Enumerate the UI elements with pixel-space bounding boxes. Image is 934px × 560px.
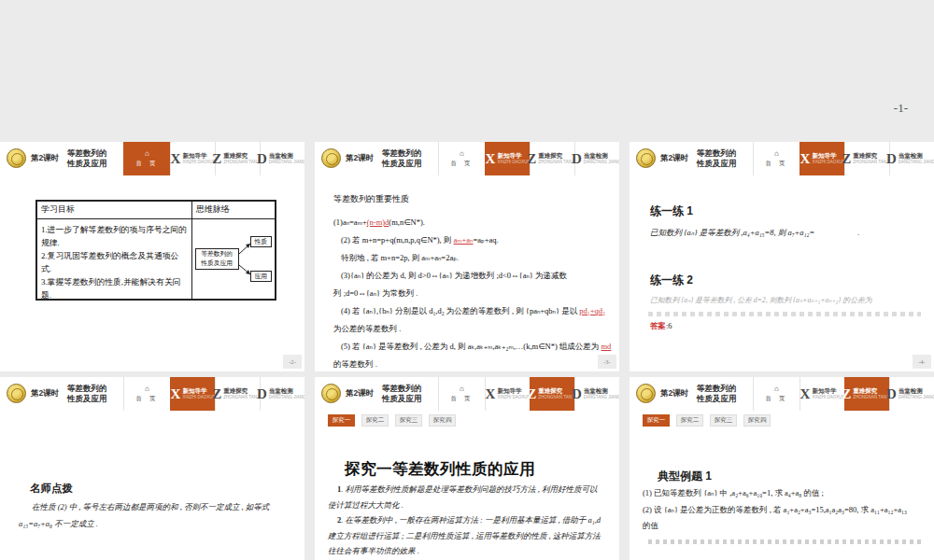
slide-title: 等差数列的 性质及应用 bbox=[67, 384, 107, 404]
tab-explore-3[interactable]: 探究三 bbox=[395, 414, 422, 427]
nav-home-button[interactable]: ⌂ 首 页 bbox=[438, 377, 485, 411]
slide-header: 第2课时 等差数列的 性质及应用 ⌂ 首 页 X 新知导学XINZHI DAOX… bbox=[315, 142, 619, 175]
lesson-label: 第2课时 bbox=[31, 153, 59, 164]
nav-xinzhi-button[interactable]: X 新知导学XINZHI DAOXUE bbox=[485, 377, 530, 411]
house-icon: ⌂ bbox=[145, 385, 149, 393]
property-line: 为公差的等差数列 . bbox=[333, 320, 612, 338]
lesson-label: 第2课时 bbox=[660, 153, 688, 164]
house-icon: ⌂ bbox=[460, 150, 464, 158]
tab-explore-4[interactable]: 探究四 bbox=[743, 414, 771, 427]
explore-tabs: 探究一 探究二 探究三 探究四 bbox=[328, 414, 456, 427]
lesson-label: 第2课时 bbox=[660, 388, 688, 399]
slide-title: 等差数列的 性质及应用 bbox=[697, 384, 737, 404]
slide-title: 等差数列的 性质及应用 bbox=[382, 384, 422, 404]
goal-item: 2.复习巩固等差数列的概念及其通项公式. bbox=[41, 249, 188, 275]
nav-zhongnan-button[interactable]: Z 重难探究ZHONGNAN TANJIU bbox=[215, 142, 260, 175]
nav-xinzhi-button[interactable]: X 新知导学XINZHI DAOXUE bbox=[485, 142, 530, 175]
slide-page-badge: -4- bbox=[913, 355, 931, 369]
property-line: (5) 若 {aₙ} 是等差数列 , 公差为 d, 则 aₖ,aₖ₊ₘ,aₖ₊₂… bbox=[333, 338, 612, 356]
nav-dangtang-button[interactable]: D 当堂检测DANGTANG JIANCE bbox=[260, 142, 304, 175]
diagram-branch-application: 应用 bbox=[250, 271, 272, 282]
nav-xinzhi-button[interactable]: X 新知导学XINZHI DAOXUE bbox=[170, 142, 215, 175]
medal-icon bbox=[7, 384, 26, 403]
slide-nav: ⌂ 首 页 X 新知导学XINZHI DAOXUE Z 重难探究ZHONGNAN… bbox=[123, 377, 304, 411]
lesson-label: 第2课时 bbox=[31, 388, 59, 399]
nav-home-button[interactable]: ⌂ 首 页 bbox=[753, 377, 800, 411]
goal-item: 3.掌握等差数列的性质,并能解决有关问题. bbox=[41, 275, 188, 301]
faded-text-line bbox=[648, 539, 925, 544]
nav-xinzhi-button[interactable]: X 新知导学XINZHI DAOXUE bbox=[800, 142, 844, 175]
property-line: 特别地 , 若 m+n=2p, 则 aₘ+aₙ=2aₚ. bbox=[333, 249, 612, 267]
nav-xinzhi-button[interactable]: X 新知导学XINZHI DAOXUE bbox=[170, 377, 215, 411]
slide-nav: ⌂ 首 页 X 新知导学XINZHI DAOXUE Z 重难探究ZHONGNAN… bbox=[438, 377, 619, 411]
diagram-root-box: 等差数列的 性质及应用 bbox=[195, 248, 239, 270]
nav-dangtang-button[interactable]: D 当堂检测DANGTANG JIANCE bbox=[260, 377, 304, 411]
slide-6: 第2课时 等差数列的 性质及应用 ⌂ 首 页 X 新知导学XINZHI DAOX… bbox=[630, 377, 934, 560]
table-header-mindmap: 思维脉络 bbox=[192, 202, 275, 218]
tab-explore-4[interactable]: 探究四 bbox=[429, 414, 456, 427]
slide-title: 等差数列的 性质及应用 bbox=[697, 148, 737, 169]
house-icon: ⌂ bbox=[145, 150, 149, 158]
property-line: (4) 若 {aₙ},{bₙ} 分别是以 d₁,d₂ 为公差的等差数列 , 则 … bbox=[333, 302, 612, 320]
nav-dangtang-button[interactable]: D 当堂检测DANGTANG JIANCE bbox=[574, 377, 619, 411]
lesson-label: 第2课时 bbox=[346, 388, 374, 399]
lesson-label: 第2课时 bbox=[346, 153, 374, 164]
nav-home-button[interactable]: ⌂ 首 页 bbox=[123, 142, 170, 175]
diagram-branch-properties: 性质 bbox=[250, 236, 272, 247]
medal-icon bbox=[7, 148, 26, 168]
explore-tabs: 探究一 探究二 探究三 探究四 bbox=[643, 414, 771, 427]
medal-icon bbox=[636, 148, 656, 168]
drill-2-question-faded: 已知数列 {aₙ} 是等差数列 , 公差 d=2, 则数列 {aₙ+aₙ₊₁+a… bbox=[650, 295, 872, 305]
property-line: (3){aₙ} 的公差为 d, 则 d>0⇔{aₙ} 为递增数列 ;d<0⇔{a… bbox=[333, 267, 612, 285]
slide-header: 第2课时 等差数列的 性质及应用 ⌂ 首 页 X 新知导学XINZHI DAOX… bbox=[630, 377, 934, 411]
tab-explore-3[interactable]: 探究三 bbox=[710, 414, 737, 427]
slide-nav: ⌂ 首 页 X 新知导学XINZHI DAOXUE Z 重难探究ZHONGNAN… bbox=[753, 142, 934, 175]
nav-dangtang-button[interactable]: D 当堂检测DANGTANG JIANCE bbox=[889, 377, 934, 411]
slide-1: 第2课时 等差数列的 性质及应用 ⌂ 首 页 X 新知导学XINZHI DAOX… bbox=[0, 142, 304, 371]
page-number: -1- bbox=[894, 101, 908, 116]
slide-title: 等差数列的 性质及应用 bbox=[382, 148, 422, 169]
tab-explore-2[interactable]: 探究二 bbox=[676, 414, 703, 427]
mindmap-diagram: 等差数列的 性质及应用 性质 应用 bbox=[192, 219, 276, 301]
property-line: 列 ;d=0⇔{aₙ} 为常数列 . bbox=[333, 285, 612, 302]
nav-zhongnan-button[interactable]: Z 重难探究ZHONGNAN TANJIU bbox=[844, 142, 889, 175]
example-body: (1) 已知等差数列 {aₙ} 中 ,a₂+a₆+a₁₀=1, 求 a₄+a₈ … bbox=[643, 485, 928, 535]
tab-explore-1[interactable]: 探究一 bbox=[328, 414, 355, 427]
nav-zhongnan-button[interactable]: Z 重难探究ZHONGNAN TANJIU bbox=[844, 377, 889, 411]
nav-dangtang-button[interactable]: D 当堂检测DANGTANG JIANCE bbox=[889, 142, 934, 175]
slide-4: 第2课时 等差数列的 性质及应用 ⌂ 首 页 X 新知导学XINZHI DAOX… bbox=[0, 377, 304, 560]
property-line: 的等差数列 . bbox=[333, 356, 612, 371]
slide-2: 第2课时 等差数列的 性质及应用 ⌂ 首 页 X 新知导学XINZHI DAOX… bbox=[315, 142, 619, 371]
nav-home-button[interactable]: ⌂ 首 页 bbox=[438, 142, 485, 175]
drill-1-heading: 练一练 1 bbox=[650, 203, 693, 219]
slide-5: 第2课时 等差数列的 性质及应用 ⌂ 首 页 X 新知导学XINZHI DAOX… bbox=[315, 377, 619, 560]
slide-title: 等差数列的 性质及应用 bbox=[67, 148, 107, 169]
tab-explore-2[interactable]: 探究二 bbox=[361, 414, 389, 427]
objectives-table: 学习目标 思维脉络 1.进一步了解等差数列的项与序号之间的规律. 2.复习巩固等… bbox=[35, 200, 276, 301]
properties-content: 等差数列的重要性质 (1)aₙ=aₘ+(n-m)d(m,n∈N*). (2) 若… bbox=[333, 193, 612, 371]
slide-nav: ⌂ 首 页 X 新知导学XINZHI DAOXUE Z 重难探究ZHONGNAN… bbox=[438, 142, 619, 175]
slide-header: 第2课时 等差数列的 性质及应用 ⌂ 首 页 X 新知导学XINZHI DAOX… bbox=[315, 377, 619, 411]
medal-icon bbox=[321, 148, 341, 168]
goals-list: 1.进一步了解等差数列的项与序号之间的规律. 2.复习巩固等差数列的概念及其通项… bbox=[41, 221, 188, 301]
drill-1-question: 已知数列 {aₙ} 是等差数列 ,a₄+a₁₅=8, 则 a₇+a₁₂=. bbox=[650, 228, 859, 239]
slide-page-badge: -2- bbox=[283, 355, 302, 369]
nav-zhongnan-button[interactable]: Z 重难探究ZHONGNAN TANJIU bbox=[530, 142, 574, 175]
nav-home-button[interactable]: ⌂ 首 页 bbox=[123, 377, 170, 411]
nav-dangtang-button[interactable]: D 当堂检测DANGTANG JIANCE bbox=[574, 142, 619, 175]
example-heading: 典型例题 1 bbox=[658, 469, 712, 484]
tab-explore-1[interactable]: 探究一 bbox=[643, 414, 670, 427]
slide-nav: ⌂ 首 页 X 新知导学XINZHI DAOXUE Z 重难探究ZHONGNAN… bbox=[753, 377, 934, 411]
nav-zhongnan-button[interactable]: Z 重难探究ZHONGNAN TANJIU bbox=[215, 377, 260, 411]
nav-zhongnan-button[interactable]: Z 重难探究ZHONGNAN TANJIU bbox=[530, 377, 574, 411]
table-header-goals: 学习目标 bbox=[37, 202, 192, 218]
nav-xinzhi-button[interactable]: X 新知导学XINZHI DAOXUE bbox=[800, 377, 844, 411]
explore-1-heading: 探究一等差数列性质的应用 bbox=[345, 459, 535, 480]
drill-2-heading: 练一练 2 bbox=[650, 273, 693, 288]
slide-3: 第2课时 等差数列的 性质及应用 ⌂ 首 页 X 新知导学XINZHI DAOX… bbox=[630, 142, 934, 371]
nav-home-button[interactable]: ⌂ 首 页 bbox=[753, 142, 800, 175]
slide-header: 第2课时 等差数列的 性质及应用 ⌂ 首 页 X 新知导学XINZHI DAOX… bbox=[0, 142, 304, 175]
slide-nav: ⌂ 首 页 X 新知导学XINZHI DAOXUE Z 重难探究ZHONGNAN… bbox=[123, 142, 304, 175]
slide-header: 第2课时 等差数列的 性质及应用 ⌂ 首 页 X 新知导学XINZHI DAOX… bbox=[630, 142, 934, 175]
teacher-tips-heading: 名师点拨 bbox=[30, 482, 73, 496]
